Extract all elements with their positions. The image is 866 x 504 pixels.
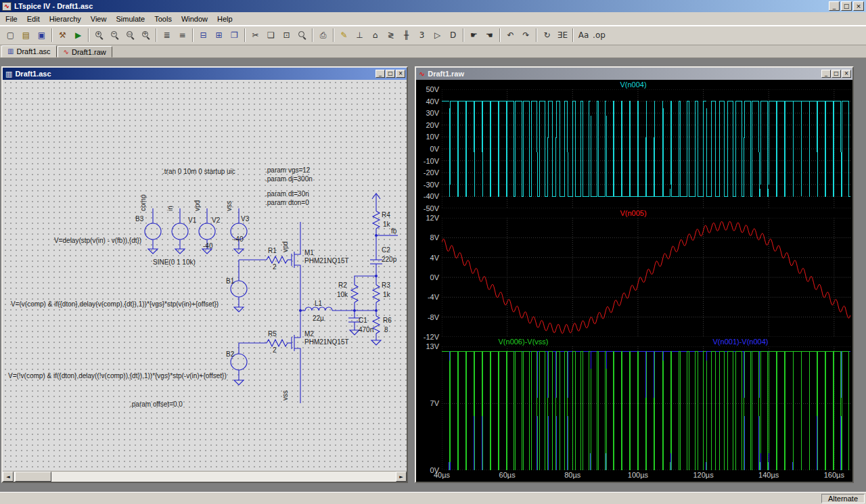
place-inductor-button[interactable]: 3: [414, 28, 430, 43]
menu-item[interactable]: Hierarchy: [45, 13, 86, 25]
schematic-text[interactable]: vpd: [281, 242, 290, 252]
schematic-text[interactable]: B2: [226, 350, 234, 359]
waveform-window-titlebar[interactable]: ∿ Draft1.raw _ □ ×: [416, 68, 852, 80]
copy-button[interactable]: ❏: [263, 28, 279, 43]
scroll-left-button[interactable]: ◄: [3, 472, 14, 482]
schematic-text[interactable]: 1k: [383, 291, 390, 299]
schematic-text[interactable]: .tran 0 10m 0 startup uic: [162, 168, 235, 176]
place-capacitor-button[interactable]: ╫: [398, 28, 414, 43]
print-button[interactable]: ⎙: [315, 28, 331, 43]
schematic-text[interactable]: R2: [338, 281, 347, 290]
rotate-button[interactable]: ↻: [539, 28, 555, 43]
new-schematic-button[interactable]: ▢: [3, 28, 18, 43]
schematic-text[interactable]: B1: [226, 277, 234, 285]
minimize-button[interactable]: _: [375, 70, 385, 78]
schematic-text[interactable]: M1: [304, 249, 314, 257]
schematic-canvas[interactable]: .tran 0 10m 0 startup uic.param vgs=12.p…: [3, 80, 407, 471]
spice-netlist-button[interactable]: ≣: [159, 28, 175, 43]
find-button[interactable]: [294, 28, 310, 43]
open-file-button[interactable]: ▤: [18, 28, 34, 43]
menu-item[interactable]: View: [86, 13, 112, 25]
menu-item[interactable]: Simulate: [111, 13, 150, 25]
scrollbar-thumb[interactable]: [15, 472, 51, 482]
run-simulation-button[interactable]: ▶: [70, 28, 86, 43]
undo-button[interactable]: ↶: [503, 28, 518, 43]
text-button[interactable]: Aa: [576, 28, 591, 43]
schematic-text[interactable]: R4: [382, 211, 390, 219]
close-button[interactable]: ×: [842, 70, 851, 78]
schematic-text[interactable]: .param dt=30n: [265, 190, 309, 198]
schematic-text[interactable]: B3: [135, 215, 143, 223]
schematic-text[interactable]: R1: [268, 247, 277, 255]
schematic-text[interactable]: PHM21NQ15T: [304, 257, 349, 265]
scroll-right-button[interactable]: ►: [396, 472, 407, 482]
control-panel-button[interactable]: ⚒: [55, 28, 70, 43]
schematic-text[interactable]: .param dj=300n: [265, 175, 313, 183]
schematic-text[interactable]: 220p: [382, 256, 396, 264]
draw-wire-button[interactable]: ✎: [336, 28, 352, 43]
menu-item[interactable]: Help: [212, 13, 237, 25]
main-titlebar[interactable]: ∿ LTspice IV - Draft1.asc _ □ ×: [0, 0, 866, 12]
trace-label[interactable]: V(n005): [620, 210, 646, 217]
cascade-windows-button[interactable]: ❐: [227, 28, 242, 43]
schematic-text[interactable]: 22µ: [313, 315, 324, 323]
scrollbar-track[interactable]: [14, 472, 396, 482]
schematic-text[interactable]: SINE(0 1 10k): [153, 258, 196, 267]
schematic-text[interactable]: vss: [225, 201, 233, 211]
schematic-text[interactable]: PHM21NQ15T: [304, 338, 349, 346]
schematic-text[interactable]: V3: [241, 215, 249, 223]
schematic-text[interactable]: comp: [139, 195, 147, 211]
place-label-button[interactable]: ⌂: [367, 28, 383, 43]
schematic-text[interactable]: V=(!v(comp) & if({dton},delay((!v(comp))…: [8, 372, 227, 380]
schematic-text[interactable]: .param dton=0: [265, 199, 309, 207]
tile-vertically-button[interactable]: ⊞: [211, 28, 227, 43]
close-button[interactable]: ×: [396, 70, 405, 78]
schematic-text[interactable]: vss: [281, 390, 290, 400]
spice-directive-button[interactable]: .op: [591, 28, 607, 43]
schematic-text[interactable]: 8: [384, 326, 388, 334]
minimize-button[interactable]: _: [829, 1, 840, 11]
schematic-text[interactable]: V2: [212, 216, 220, 225]
maximize-button[interactable]: □: [841, 1, 852, 11]
tab-draft1-raw[interactable]: ∿ Draft1.raw: [58, 46, 112, 58]
tile-horizontally-button[interactable]: ⊟: [196, 28, 211, 43]
close-button[interactable]: ×: [853, 1, 864, 11]
menu-item[interactable]: Edit: [22, 13, 45, 25]
schematic-text[interactable]: 2: [273, 346, 277, 354]
place-ground-button[interactable]: ⊥: [352, 28, 367, 43]
tab-draft1-asc[interactable]: ▥ Draft1.asc: [1, 45, 57, 58]
schematic-text[interactable]: -40: [233, 235, 243, 244]
zoom-back-button[interactable]: −: [107, 28, 122, 43]
schematic-text[interactable]: L1: [315, 300, 322, 308]
pane-3-plot[interactable]: [442, 346, 850, 470]
schematic-text[interactable]: 1k: [383, 221, 390, 229]
schematic-text[interactable]: vpd: [193, 200, 202, 211]
schematic-text[interactable]: R3: [382, 281, 390, 290]
zoom-extents-button[interactable]: ▭: [122, 28, 138, 43]
pane-1-plot[interactable]: [442, 89, 850, 208]
schematic-text[interactable]: 10k: [337, 291, 348, 299]
place-diode-button[interactable]: ▷: [430, 28, 445, 43]
schematic-text[interactable]: V=delay(stp(v(in) - v(fb)),{dt}): [54, 237, 141, 245]
trace-label[interactable]: V(n006)-V(vss): [499, 338, 549, 346]
maximize-button[interactable]: □: [386, 70, 395, 78]
schematic-text[interactable]: in: [166, 206, 175, 211]
zoom-area-button[interactable]: +: [91, 28, 107, 43]
move-button[interactable]: ☛: [466, 28, 482, 43]
schematic-text[interactable]: M2: [304, 330, 314, 338]
schematic-text[interactable]: .param offset=0.0: [130, 400, 183, 409]
schematic-text[interactable]: V1: [188, 216, 196, 225]
pane-2-plot[interactable]: [442, 218, 850, 337]
schematic-text[interactable]: R5: [268, 330, 277, 338]
paste-button[interactable]: ⊡: [279, 28, 294, 43]
schematic-text[interactable]: fb: [391, 227, 396, 235]
trace-label[interactable]: V(n004): [620, 81, 646, 89]
cut-button[interactable]: ✂: [248, 28, 263, 43]
drag-button[interactable]: ☚: [482, 28, 497, 43]
trace-label[interactable]: V(n001)-V(n004): [713, 338, 769, 346]
save-button[interactable]: ▣: [34, 28, 49, 43]
maximize-button[interactable]: □: [831, 70, 841, 78]
schematic-window-titlebar[interactable]: ▥ Draft1.asc _ □ ×: [3, 68, 407, 80]
menu-item[interactable]: File: [1, 13, 22, 25]
minimize-button[interactable]: _: [821, 70, 831, 78]
